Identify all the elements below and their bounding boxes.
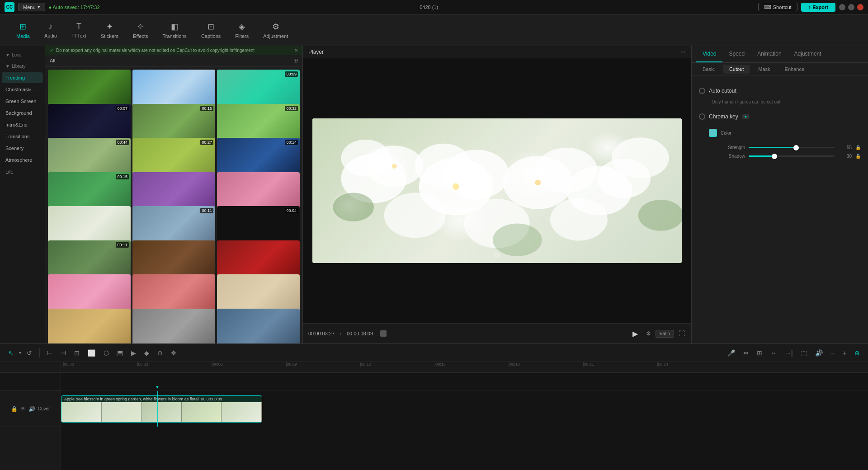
close-button[interactable] (857, 4, 863, 10)
play-clip-button[interactable]: ▶ (128, 348, 139, 358)
lock-icon-1[interactable]: 🔒 (855, 145, 861, 150)
minimize-button[interactable] (839, 4, 845, 10)
audio-tl-button[interactable]: 🔊 (812, 348, 826, 358)
svg-point-16 (638, 200, 681, 231)
subtab-enhance[interactable]: Enhance (778, 65, 811, 74)
player-menu-icon[interactable]: ⋯ (680, 49, 686, 55)
media-thumb-22[interactable] (48, 309, 131, 344)
tab-animation[interactable]: Animation (751, 46, 788, 62)
chroma-key-radio[interactable] (699, 113, 705, 120)
tab-speed[interactable]: Speed (722, 46, 751, 62)
sidebar-christmas-label: Christmas&... (5, 87, 35, 92)
sidebar-item-transitions[interactable]: Transitions (2, 131, 43, 142)
timeline-body: 🔒 👁 🔊 Cover |00:00 |00:03 |00:06 |00:09 … (0, 362, 868, 470)
captions-tl-button[interactable]: ⬚ (798, 348, 810, 358)
ruler-mark-12: |00:12 (360, 362, 371, 367)
toolbar-stickers[interactable]: ✦ Stickers (94, 19, 126, 42)
shortcut-button[interactable]: ⌨ Shortcut (758, 3, 797, 11)
ripple-button[interactable]: ↔ (768, 348, 779, 358)
sidebar-item-greenscreen[interactable]: Green Screen (2, 96, 43, 107)
toolbar-captions[interactable]: ⊡ Captions (194, 19, 228, 42)
mic-button[interactable]: 🎤 (725, 348, 738, 358)
svg-point-15 (493, 224, 542, 257)
filter-icon[interactable]: ⊞ (293, 57, 298, 64)
adjustment-label: Adjustment (263, 33, 288, 39)
playhead[interactable] (157, 391, 158, 427)
video-clip[interactable]: Apple tree blossom in green spring garde… (61, 395, 262, 423)
lock-icon-2[interactable]: 🔒 (855, 154, 861, 159)
player-settings-icon[interactable]: ⚙ (494, 251, 500, 259)
slider-1-track[interactable] (749, 147, 835, 148)
sidebar-item-trending[interactable]: Trending (2, 72, 43, 83)
split-left-button[interactable]: ⊢ (44, 348, 55, 358)
toolbar-adjustment[interactable]: ⚙ Adjustment (256, 19, 295, 42)
rotate-button[interactable]: ⊙ (155, 348, 165, 358)
eye-track-icon[interactable]: 👁 (20, 406, 26, 412)
slider-2-thumb[interactable] (772, 154, 777, 159)
subtab-mask[interactable]: Mask (752, 65, 776, 74)
tool-dropdown-icon[interactable]: ▾ (19, 350, 21, 355)
fullscreen-icon[interactable]: ⚙ (645, 329, 652, 338)
keyframe-button[interactable]: ◆ (142, 348, 152, 358)
duration-4: 00:07 (116, 106, 129, 111)
split-mid-button[interactable]: ⊣ (58, 348, 69, 358)
media-thumb-23[interactable] (132, 309, 215, 344)
zoom-in-button[interactable]: + (840, 348, 849, 358)
tab-animation-label: Animation (757, 51, 781, 57)
slider-row-1: Strength 55 🔒 (709, 145, 861, 150)
sidebar-item-intro[interactable]: Intro&End (2, 119, 43, 130)
undo-button[interactable]: ↺ (24, 348, 35, 358)
select-tool-button[interactable]: ↖ (5, 348, 16, 358)
mask-button[interactable]: ⬡ (101, 348, 112, 358)
split-screen-button[interactable]: ⬒ (114, 348, 126, 358)
snap-button[interactable]: ⊞ (754, 348, 765, 358)
toolbar-filters[interactable]: ◈ Filters (228, 19, 256, 42)
sidebar-item-background[interactable]: Background (2, 108, 43, 118)
tab-video[interactable]: Video (696, 46, 722, 62)
sidebar-item-scenery[interactable]: Scenery (2, 143, 43, 154)
tab-adjustment[interactable]: Adjustment (788, 46, 828, 62)
media-thumb-24[interactable] (217, 309, 300, 344)
toolbar-transitions[interactable]: ◧ Transitions (155, 19, 193, 42)
magnet-button[interactable]: ⇔ (741, 348, 751, 358)
sidebar-local-header[interactable]: ▼ Local (2, 50, 43, 60)
toolbar-media[interactable]: ⊞ Media (9, 19, 37, 42)
toolbar-effects[interactable]: ✧ Effects (126, 19, 155, 42)
chroma-key-label: Chroma key (709, 113, 738, 120)
subtab-basic[interactable]: Basic (696, 65, 721, 74)
notice-close-button[interactable]: ✕ (294, 48, 298, 53)
text-label: TI Text (71, 33, 86, 38)
end-button[interactable]: →| (782, 348, 796, 358)
slider-2-track[interactable] (749, 155, 835, 157)
ratio-button[interactable]: Ratio (656, 330, 674, 338)
menu-button[interactable]: Menu ▾ (18, 3, 45, 11)
effects-icon: ✧ (137, 22, 144, 32)
sidebar-item-life[interactable]: Life (2, 166, 43, 177)
play-button[interactable]: ▶ (629, 327, 642, 340)
track-header-video: 🔒 👁 🔊 Cover (0, 391, 61, 427)
add-button[interactable]: ⊕ (852, 348, 863, 358)
svg-point-14 (333, 193, 374, 221)
transform-button[interactable]: ✥ (168, 348, 179, 358)
sidebar-item-christmas[interactable]: Christmas&... (2, 84, 43, 95)
export-button[interactable]: ↑ Export (801, 3, 835, 12)
subtab-cutout-label: Cutout (729, 66, 744, 72)
auto-cutout-radio[interactable] (699, 88, 705, 94)
maximize-button[interactable] (848, 4, 854, 10)
color-swatch-teal[interactable] (709, 129, 717, 137)
toolbar-audio[interactable]: ♪ Audio (37, 19, 64, 41)
zoom-out-button[interactable]: − (828, 348, 837, 358)
crop-button[interactable]: ⬜ (85, 348, 98, 358)
audio-track-icon[interactable]: 🔊 (28, 406, 35, 412)
sidebar-item-atmosphere[interactable]: Atmosphere (2, 155, 43, 165)
sidebar-library-header[interactable]: ▼ Library (2, 61, 43, 71)
clip-thumb-5 (222, 402, 262, 422)
subtab-cutout[interactable]: Cutout (723, 65, 750, 74)
lock-track-icon[interactable]: 🔒 (11, 406, 18, 412)
split-right-button[interactable]: ⊡ (71, 348, 82, 358)
auto-cutout-label: Auto cutout (709, 88, 736, 94)
slider-1-thumb[interactable] (793, 145, 799, 150)
expand-button[interactable]: ⛶ (678, 329, 686, 338)
sidebar-greenscreen-label: Green Screen (5, 99, 36, 104)
toolbar-text[interactable]: T TI Text (64, 19, 94, 41)
